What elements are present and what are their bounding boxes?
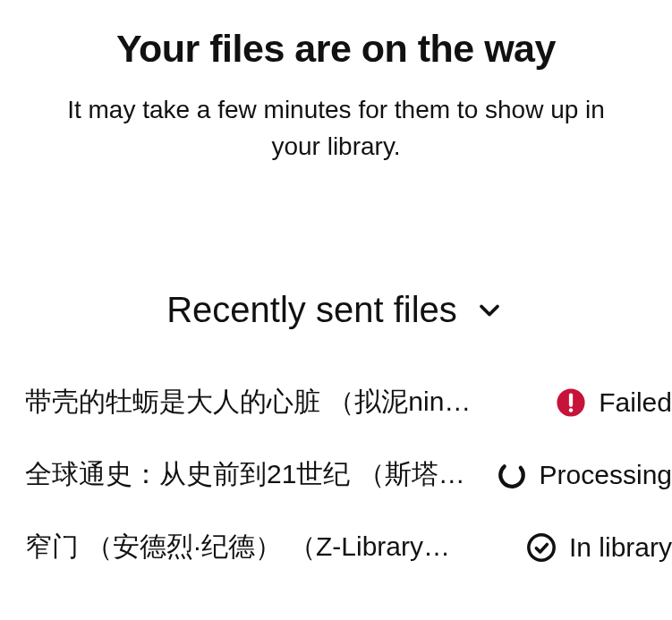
file-row[interactable]: 带壳的牡蛎是大人的心脏 （拟泥nin… Failed [25,384,672,420]
file-name: 带壳的牡蛎是大人的心脏 （拟泥nin… [25,384,538,420]
file-name: 窄门 （安德烈·纪德） （Z-Library… [25,529,508,565]
file-status: Processing [497,460,672,490]
page-subtitle: It may take a few minutes for them to sh… [0,92,672,165]
page-title: Your files are on the way [0,27,672,71]
spinner-icon [497,460,527,490]
file-name: 全球通史：从史前到21世纪 （斯塔… [25,456,479,493]
status-text: Processing [540,460,672,490]
file-row[interactable]: 全球通史：从史前到21世纪 （斯塔… Processing [25,456,672,493]
file-status: Failed [556,387,672,418]
section-title: Recently sent files [166,290,457,330]
file-status: In library [526,532,672,563]
check-circle-icon [526,532,557,563]
error-icon [556,387,586,418]
file-list: 带壳的牡蛎是大人的心脏 （拟泥nin… Failed 全球通史：从史前到21世纪… [0,384,672,565]
svg-point-4 [529,535,554,560]
recent-files-header[interactable]: Recently sent files [0,290,672,330]
file-row[interactable]: 窄门 （安德烈·纪德） （Z-Library… In library [25,529,672,565]
svg-point-3 [497,460,527,490]
svg-point-2 [569,408,574,412]
status-text: Failed [599,387,672,418]
status-text: In library [569,532,672,563]
chevron-down-icon [473,294,506,327]
